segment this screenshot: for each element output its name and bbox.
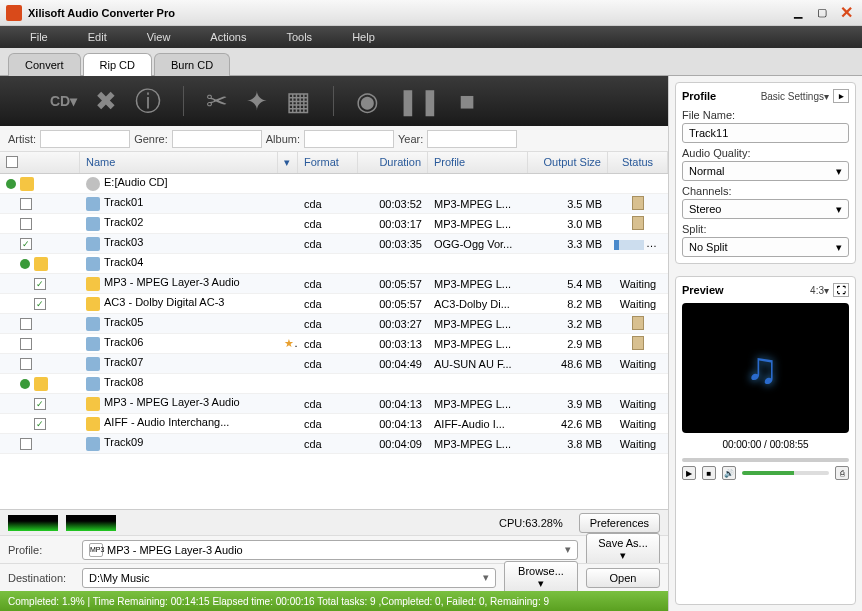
volume-slider[interactable] <box>742 471 829 475</box>
row-checkbox[interactable]: ✓ <box>34 278 46 290</box>
menu-actions[interactable]: Actions <box>190 31 266 43</box>
row-checkbox[interactable]: ✓ <box>20 238 32 250</box>
row-size: 48.6 MB <box>528 358 608 370</box>
menu-file[interactable]: File <box>10 31 68 43</box>
destination-input[interactable]: D:\My Music ▾ <box>82 568 496 588</box>
row-checkbox[interactable] <box>20 358 32 370</box>
row-status: Waiting <box>608 438 668 450</box>
basic-settings-link[interactable]: Basic Settings▾ <box>761 91 829 102</box>
table-row[interactable]: ✓Track03cda00:03:35OGG-Ogg Vor...3.3 MB1… <box>0 234 668 254</box>
snapshot-button[interactable]: ⎙ <box>835 466 849 480</box>
table-row[interactable]: Track02cda00:03:17MP3-MPEG L...3.0 MB <box>0 214 668 234</box>
artist-input[interactable] <box>40 130 130 148</box>
tab-convert[interactable]: Convert <box>8 53 81 76</box>
cut-icon[interactable]: ✂ <box>206 86 228 117</box>
add-video-icon[interactable]: ▦ <box>286 86 311 117</box>
row-name: Track07 <box>104 356 143 368</box>
row-dur: 00:03:35 <box>358 238 428 250</box>
close-button[interactable]: ✕ <box>836 5 856 21</box>
col-format[interactable]: Format <box>298 152 358 173</box>
tab-rip-cd[interactable]: Rip CD <box>83 53 152 76</box>
row-checkbox[interactable] <box>20 198 32 210</box>
stop-button[interactable]: ■ <box>702 466 716 480</box>
row-checkbox[interactable]: ✓ <box>34 398 46 410</box>
row-fmt: cda <box>298 438 358 450</box>
col-star[interactable]: ▾ <box>278 152 298 173</box>
check-all[interactable] <box>6 156 18 168</box>
record-icon[interactable]: ◉ <box>356 86 379 117</box>
play-button[interactable]: ▶ <box>682 466 696 480</box>
album-label: Album: <box>266 133 300 145</box>
table-row[interactable]: ✓AIFF - Audio Interchang...cda00:04:13AI… <box>0 414 668 434</box>
menu-edit[interactable]: Edit <box>68 31 127 43</box>
menu-tools[interactable]: Tools <box>266 31 332 43</box>
row-checkbox[interactable] <box>20 218 32 230</box>
menu-help[interactable]: Help <box>332 31 395 43</box>
effects-icon[interactable]: ✦ <box>246 86 268 117</box>
table-row[interactable]: Track01cda00:03:52MP3-MPEG L...3.5 MB <box>0 194 668 214</box>
grid-body[interactable]: E:[Audio CD]Track01cda00:03:52MP3-MPEG L… <box>0 174 668 509</box>
year-input[interactable] <box>427 130 517 148</box>
menu-view[interactable]: View <box>127 31 191 43</box>
col-expand[interactable] <box>0 152 80 173</box>
status-bar: Completed: 1.9% | Time Remaining: 00:14:… <box>0 591 668 611</box>
row-checkbox[interactable]: ✓ <box>34 418 46 430</box>
col-duration[interactable]: Duration <box>358 152 428 173</box>
collapse-icon[interactable] <box>6 179 16 189</box>
col-status[interactable]: Status <box>608 152 668 173</box>
fullscreen-icon[interactable]: ⛶ <box>833 283 849 297</box>
pause-icon[interactable]: ❚❚ <box>397 86 441 117</box>
filename-input[interactable]: Track11 <box>682 123 849 143</box>
browse-button[interactable]: Browse... ▾ <box>504 561 578 594</box>
col-output-size[interactable]: Output Size <box>528 152 608 173</box>
table-row[interactable]: Track06★cda00:03:13MP3-MPEG L...2.9 MB <box>0 334 668 354</box>
row-status <box>608 316 668 332</box>
tab-burn-cd[interactable]: Burn CD <box>154 53 230 76</box>
aspect-select[interactable]: 4:3▾ <box>810 285 829 296</box>
mute-button[interactable]: 🔊 <box>722 466 736 480</box>
minimize-button[interactable]: ▁ <box>788 5 808 21</box>
seek-slider[interactable] <box>682 458 849 462</box>
row-size: 3.3 MB <box>528 238 608 250</box>
music-note-icon <box>746 343 786 393</box>
row-fmt: cda <box>298 418 358 430</box>
table-row[interactable]: Track07cda00:04:49AU-SUN AU F...48.6 MBW… <box>0 354 668 374</box>
table-row[interactable]: Track08 <box>0 374 668 394</box>
row-prof: MP3-MPEG L... <box>428 438 528 450</box>
col-name[interactable]: Name <box>80 152 278 173</box>
table-row[interactable]: Track04 <box>0 254 668 274</box>
advance-icon[interactable]: ▸ <box>833 89 849 103</box>
save-as-button[interactable]: Save As... ▾ <box>586 533 660 566</box>
stop-icon[interactable]: ■ <box>459 86 475 117</box>
table-row[interactable]: ✓AC3 - Dolby Digital AC-3cda00:05:57AC3-… <box>0 294 668 314</box>
row-checkbox[interactable] <box>20 438 32 450</box>
maximize-button[interactable]: ▢ <box>812 5 832 21</box>
table-row[interactable]: E:[Audio CD] <box>0 174 668 194</box>
separator <box>333 86 334 116</box>
row-checkbox[interactable] <box>20 318 32 330</box>
table-row[interactable]: ✓MP3 - MPEG Layer-3 Audiocda00:04:13MP3-… <box>0 394 668 414</box>
table-row[interactable]: Track05cda00:03:27MP3-MPEG L...3.2 MB <box>0 314 668 334</box>
row-checkbox[interactable]: ✓ <box>34 298 46 310</box>
channels-select[interactable]: Stereo▾ <box>682 199 849 219</box>
info-icon[interactable]: ⓘ <box>135 84 161 119</box>
genre-input[interactable] <box>172 130 262 148</box>
cd-icon[interactable]: CD▾ <box>50 93 77 109</box>
split-label: Split: <box>682 223 849 235</box>
col-profile[interactable]: Profile <box>428 152 528 173</box>
preferences-button[interactable]: Preferences <box>579 513 660 533</box>
row-status <box>608 216 668 232</box>
split-select[interactable]: No Split▾ <box>682 237 849 257</box>
delete-icon[interactable]: ✖ <box>95 86 117 117</box>
table-row[interactable]: Track09cda00:04:09MP3-MPEG L...3.8 MBWai… <box>0 434 668 454</box>
table-row[interactable]: ✓MP3 - MPEG Layer-3 Audiocda00:05:57MP3-… <box>0 274 668 294</box>
quality-select[interactable]: Normal▾ <box>682 161 849 181</box>
collapse-icon[interactable] <box>20 259 30 269</box>
toolbar: CD▾ ✖ ⓘ ✂ ✦ ▦ ◉ ❚❚ ■ <box>0 76 668 126</box>
open-button[interactable]: Open <box>586 568 660 588</box>
profile-select[interactable]: MP3 MP3 - MPEG Layer-3 Audio ▾ <box>82 540 578 560</box>
row-checkbox[interactable] <box>20 338 32 350</box>
collapse-icon[interactable] <box>20 379 30 389</box>
row-status <box>608 196 668 212</box>
album-input[interactable] <box>304 130 394 148</box>
